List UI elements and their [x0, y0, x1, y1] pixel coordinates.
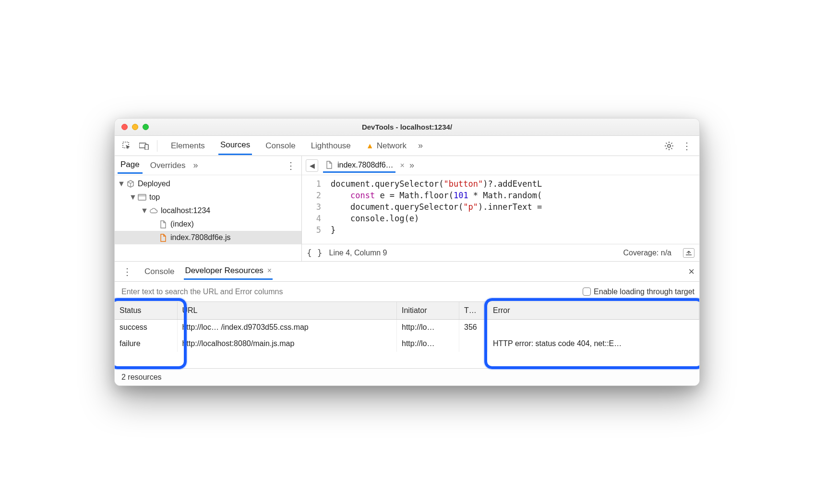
col-header-url[interactable]: URL: [177, 302, 397, 319]
pretty-print-icon[interactable]: { }: [307, 248, 323, 258]
tab-lighthouse[interactable]: Lighthouse: [309, 136, 353, 155]
tab-console[interactable]: Console: [263, 136, 297, 155]
cell-t: [459, 336, 488, 352]
file-icon: [325, 161, 334, 169]
cell-url: http://loc… /index.d9703d55.css.map: [177, 319, 397, 336]
cell-initiator: http://lo…: [397, 319, 459, 336]
cloud-icon: [149, 206, 158, 215]
tree-file-label: index.7808df6e.js: [170, 233, 230, 242]
tree-file-label: (index): [170, 220, 194, 228]
editor-more-tabs-icon[interactable]: »: [409, 160, 414, 170]
nav-more-tabs-icon[interactable]: »: [193, 160, 198, 170]
more-menu-icon[interactable]: ⋮: [679, 140, 694, 152]
code-editor[interactable]: 12345 document.querySelector("button")?.…: [302, 175, 699, 244]
tree-file-index[interactable]: (index): [115, 217, 301, 231]
tree-host[interactable]: ▼ localhost:1234: [115, 204, 301, 217]
tree-top[interactable]: ▼ top: [115, 191, 301, 204]
frame-icon: [138, 193, 146, 202]
navigator-pane: Page Overrides » ⋮ ▼ Deployed ▼: [115, 156, 302, 261]
close-tab-icon[interactable]: ×: [267, 266, 272, 275]
file-icon: [159, 233, 168, 242]
file-tree: ▼ Deployed ▼ top ▼: [115, 175, 301, 246]
search-input[interactable]: [120, 285, 577, 299]
close-drawer-icon[interactable]: ×: [688, 265, 694, 278]
show-drawer-icon[interactable]: [683, 248, 694, 258]
nav-tab-page[interactable]: Page: [118, 157, 143, 174]
warning-icon: ▲: [366, 142, 374, 150]
tab-elements[interactable]: Elements: [169, 136, 207, 155]
navigator-tab-strip: Page Overrides » ⋮: [115, 156, 301, 175]
deployed-icon: [126, 180, 135, 188]
resource-count: 2 resources: [121, 373, 162, 382]
drawer-tab-console[interactable]: Console: [144, 264, 175, 279]
table-header-row: Status URL Initiator T… Error: [115, 302, 699, 319]
dev-resources-table-wrap: Status URL Initiator T… Error success ht…: [115, 302, 699, 368]
editor-tab-strip: ◀ index.7808df6… × »: [302, 156, 699, 175]
nav-tab-overrides[interactable]: Overrides: [147, 158, 189, 173]
drawer-tab-strip: ⋮ Console Developer Resources × ×: [115, 262, 699, 282]
drawer-menu-icon[interactable]: ⋮: [120, 266, 135, 277]
main-tab-strip: Elements Sources Console Lighthouse ▲ Ne…: [115, 136, 699, 156]
dev-resources-footer: 2 resources: [115, 368, 699, 385]
tree-root-label: Deployed: [138, 180, 170, 188]
more-tabs-icon[interactable]: »: [418, 141, 423, 151]
col-header-error[interactable]: Error: [488, 302, 699, 319]
cell-status: failure: [115, 336, 177, 352]
device-toggle-icon[interactable]: [137, 139, 151, 153]
svg-rect-2: [145, 144, 148, 150]
main-tabs: Elements Sources Console Lighthouse ▲ Ne…: [169, 136, 408, 155]
cell-error: [488, 319, 699, 336]
dev-resources-toolbar: Enable loading through target: [115, 282, 699, 302]
table-row[interactable]: success http://loc… /index.d9703d55.css.…: [115, 319, 699, 336]
cell-error: HTTP error: status code 404, net::E…: [488, 336, 699, 352]
nav-more-menu-icon[interactable]: ⋮: [283, 160, 299, 171]
cursor-position: Line 4, Column 9: [329, 249, 387, 257]
checkbox-icon: [583, 288, 591, 296]
coverage-label: Coverage: n/a: [623, 249, 671, 257]
table-row[interactable]: failure http://localhost:8080/main.js.ma…: [115, 336, 699, 352]
file-icon: [159, 220, 168, 228]
checkbox-label: Enable loading through target: [594, 288, 694, 296]
tree-root[interactable]: ▼ Deployed: [115, 177, 301, 191]
window-title: DevTools - localhost:1234/: [115, 123, 699, 131]
editor-pane: ◀ index.7808df6… × » 12345 document.quer…: [302, 156, 699, 261]
inspect-icon[interactable]: [120, 139, 134, 153]
cell-initiator: http://lo…: [397, 336, 459, 352]
tab-network-label: Network: [377, 141, 407, 151]
col-header-initiator[interactable]: Initiator: [397, 302, 459, 319]
close-tab-icon[interactable]: ×: [400, 161, 405, 170]
divider: [157, 140, 157, 152]
sources-panel: Page Overrides » ⋮ ▼ Deployed ▼: [115, 156, 699, 262]
cell-url: http://localhost:8080/main.js.map: [177, 336, 397, 352]
settings-icon[interactable]: [662, 139, 676, 153]
svg-rect-4: [138, 194, 146, 200]
tree-top-label: top: [149, 193, 160, 202]
table-row: [115, 352, 699, 368]
editor-status-bar: { } Line 4, Column 9 Coverage: n/a: [302, 244, 699, 261]
dev-resources-table: Status URL Initiator T… Error success ht…: [115, 302, 699, 368]
svg-point-3: [668, 144, 670, 147]
tab-sources[interactable]: Sources: [218, 136, 252, 155]
cell-status: success: [115, 319, 177, 336]
enable-loading-checkbox[interactable]: Enable loading through target: [583, 288, 694, 296]
toggle-navigator-icon[interactable]: ◀: [306, 159, 318, 172]
drawer-tab-dev-resources[interactable]: Developer Resources ×: [184, 263, 273, 280]
tree-host-label: localhost:1234: [161, 206, 210, 215]
devtools-window: DevTools - localhost:1234/ Elements Sour…: [114, 118, 700, 386]
editor-file-tab[interactable]: index.7808df6…: [323, 158, 395, 173]
code-content: document.querySelector("button")?.addEve…: [326, 175, 542, 244]
col-header-status[interactable]: Status: [115, 302, 177, 319]
tab-network[interactable]: ▲ Network: [364, 136, 408, 155]
cell-t: 356: [459, 319, 488, 336]
titlebar: DevTools - localhost:1234/: [115, 119, 699, 136]
col-header-t[interactable]: T…: [459, 302, 488, 319]
line-gutter: 12345: [302, 175, 326, 244]
drawer-tab-label: Developer Resources: [185, 266, 263, 276]
editor-file-name: index.7808df6…: [337, 161, 394, 169]
tree-file-js[interactable]: index.7808df6e.js: [115, 231, 301, 244]
